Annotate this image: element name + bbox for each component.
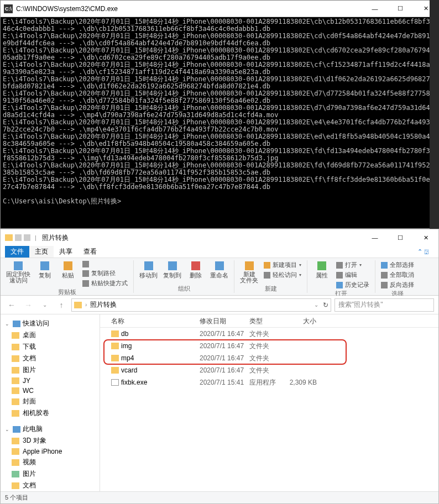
- select-none-button[interactable]: 全部取消: [379, 270, 416, 280]
- invert-icon: [381, 282, 388, 288]
- easy-access-button[interactable]: 轻松访问▾: [262, 270, 304, 280]
- toolbar-icon[interactable]: [15, 234, 22, 241]
- up-button[interactable]: ↑: [55, 298, 68, 312]
- new-item-button[interactable]: 新建项目▾: [262, 260, 304, 270]
- separator: |: [35, 235, 36, 241]
- ribbon: 固定到快 速访问 复制 粘贴 复制路径 粘贴快捷方式 剪贴板 移动到 复制到 删…: [1, 258, 438, 296]
- select-all-button[interactable]: 全部选择: [379, 260, 416, 270]
- invert-button[interactable]: 反向选择: [379, 280, 416, 290]
- sidebar-quick-access[interactable]: ⌄快速访问: [1, 318, 100, 329]
- maximize-button[interactable]: ☐: [388, 229, 413, 246]
- copyto-button[interactable]: 复制到: [161, 260, 184, 281]
- sidebar-item[interactable]: 视频: [1, 456, 100, 468]
- open-button[interactable]: 打开▾: [334, 260, 372, 270]
- copyto-icon: [168, 261, 177, 270]
- breadcrumb-item[interactable]: 照片转换: [88, 300, 119, 309]
- breadcrumb[interactable]: › 照片转换 ⌄ ↻: [71, 298, 331, 312]
- search-input[interactable]: 搜索"照片转换": [335, 298, 434, 312]
- column-name[interactable]: 名称: [107, 314, 195, 327]
- folder-icon: [111, 355, 119, 361]
- column-date[interactable]: 修改日期: [195, 314, 245, 327]
- tab-file[interactable]: 文件: [5, 246, 29, 258]
- sidebar-item[interactable]: JY: [1, 376, 100, 386]
- file-row[interactable]: fixbk.exe2020/7/1 15:41应用程序2,309 KB: [100, 376, 438, 389]
- navigation-pane[interactable]: ⌄快速访问 桌面下载文档图片JYWC封面相机胶卷 ⌄此电脑 3D 对象Apple…: [1, 314, 100, 491]
- copy-path-button[interactable]: 复制路径: [80, 269, 130, 278]
- item-count: 5 个项目: [5, 494, 28, 502]
- sidebar-item[interactable]: WC: [1, 386, 100, 396]
- cmd-titlebar[interactable]: C:\ C:\WINDOWS\system32\CMD.exe — ☐ ✕: [1, 1, 438, 17]
- edit-icon: [336, 272, 343, 279]
- copy-button[interactable]: 复制: [34, 260, 56, 281]
- folder-icon: [12, 398, 19, 405]
- sidebar-item[interactable]: 3D 对象: [1, 435, 100, 447]
- sidebar-item[interactable]: 封面: [1, 396, 100, 407]
- edit-button[interactable]: 编辑: [334, 270, 372, 280]
- forward-button[interactable]: →: [22, 298, 35, 312]
- folder-icon: [111, 343, 119, 349]
- file-row[interactable]: vcard2020/7/1 16:47文件夹: [100, 364, 438, 376]
- cut-button[interactable]: [80, 260, 130, 268]
- file-row[interactable]: db2020/7/1 16:47文件夹: [100, 328, 438, 340]
- new-folder-button[interactable]: 新建 文件夹: [238, 260, 260, 285]
- chevron-down-icon: ⌄: [5, 321, 11, 327]
- toolbar-icon[interactable]: [24, 234, 30, 241]
- sidebar-this-pc[interactable]: ⌄此电脑: [1, 423, 100, 435]
- column-type[interactable]: 类型: [245, 314, 283, 327]
- tab-home[interactable]: 主页: [29, 246, 54, 258]
- group-label: 组织: [137, 285, 231, 293]
- moveto-button[interactable]: 移动到: [137, 260, 160, 281]
- dropdown-icon[interactable]: ⌄: [314, 302, 318, 308]
- explorer-titlebar[interactable]: | 照片转换 — ☐ ✕: [1, 229, 438, 246]
- file-row[interactable]: img2020/7/1 16:47文件夹: [100, 340, 438, 352]
- window-title: 照片转换: [42, 233, 69, 243]
- sidebar-item[interactable]: 相机胶卷: [1, 407, 100, 419]
- shortcut-icon: [82, 280, 89, 287]
- paste-button[interactable]: 粘贴: [57, 260, 79, 281]
- history-button[interactable]: 历史记录: [334, 280, 372, 290]
- sidebar-item[interactable]: Apple iPhone: [1, 447, 100, 456]
- sidebar-item[interactable]: 文档: [1, 480, 100, 491]
- sidebar-item[interactable]: 文档: [1, 353, 100, 364]
- pin-button[interactable]: 固定到快 速访问: [4, 260, 33, 285]
- recent-button[interactable]: ⌄: [38, 298, 51, 312]
- tab-view[interactable]: 查看: [78, 246, 102, 258]
- sidebar-item[interactable]: 图片: [1, 468, 100, 480]
- exe-icon: [111, 379, 119, 386]
- paste-shortcut-button[interactable]: 粘贴快捷方式: [80, 279, 130, 288]
- cut-icon: [82, 261, 89, 267]
- refresh-button[interactable]: ↻: [323, 301, 328, 309]
- cmd-window-controls: — ☐ ✕: [362, 1, 438, 17]
- properties-button[interactable]: 属性: [311, 260, 333, 281]
- rename-button[interactable]: 重命名: [208, 260, 231, 281]
- folder-icon: [111, 367, 119, 374]
- delete-button[interactable]: 删除: [185, 260, 207, 281]
- pc-icon: [13, 426, 20, 433]
- folder-icon: [74, 302, 82, 308]
- help-button[interactable]: ⌃ ⍰: [412, 248, 434, 255]
- close-button[interactable]: ✕: [413, 229, 438, 246]
- file-row[interactable]: mp42020/7/1 16:47文件夹: [100, 352, 438, 364]
- minimize-button[interactable]: —: [362, 229, 388, 246]
- sidebar-item[interactable]: 下载: [1, 341, 100, 353]
- minimize-button[interactable]: —: [362, 1, 388, 17]
- maximize-button[interactable]: ☐: [388, 1, 413, 17]
- select-none-icon: [381, 272, 388, 279]
- back-button[interactable]: ←: [5, 298, 18, 312]
- quick-access-toolbar: |: [5, 234, 39, 241]
- ribbon-group-open: 属性 打开▾ 编辑 历史记录 打开: [307, 260, 375, 293]
- star-icon: [13, 321, 20, 327]
- folder-icon: [111, 330, 119, 337]
- sidebar-item[interactable]: 桌面: [1, 329, 100, 341]
- cmd-output[interactable]: E:\i4Tools7\Backup\2020年07月01日_15时48分14秒…: [1, 17, 438, 228]
- ribbon-group-new: 新建 文件夹 新建项目▾ 轻松访问▾ 新建: [234, 260, 307, 293]
- column-size[interactable]: 大小: [283, 314, 321, 327]
- folder-icon: [12, 355, 19, 362]
- chevron-down-icon: ⌄: [5, 427, 11, 432]
- group-label: 新建: [238, 285, 304, 293]
- rename-icon: [215, 261, 224, 270]
- sidebar-item[interactable]: 图片: [1, 364, 100, 376]
- tab-share[interactable]: 共享: [54, 246, 78, 258]
- file-list[interactable]: 名称 修改日期 类型 大小 db2020/7/1 16:47文件夹img2020…: [100, 314, 438, 491]
- folder-icon: [12, 367, 19, 374]
